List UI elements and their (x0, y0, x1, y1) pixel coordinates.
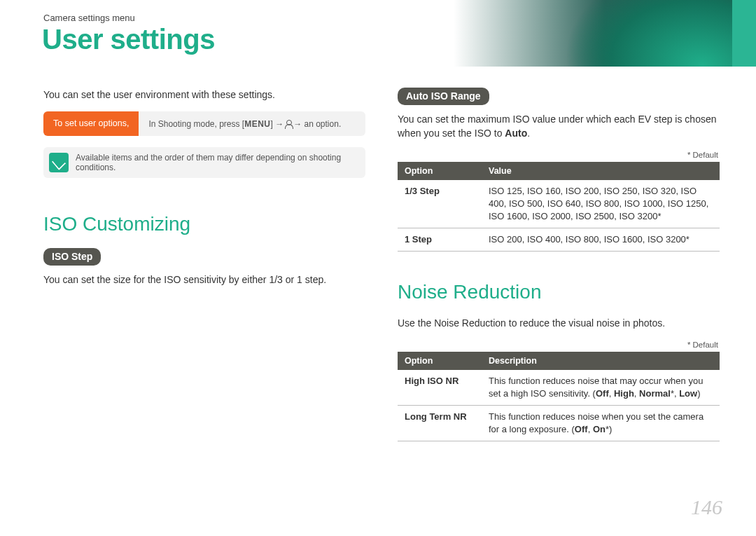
sep: , (609, 388, 614, 399)
set-options-badge: To set user options, (43, 111, 139, 136)
set-options-row: To set user options, In Shooting mode, p… (43, 111, 365, 136)
instr-post: ] → (271, 119, 284, 129)
cell-description: This function reduces noise that may occ… (482, 370, 720, 406)
opt-normal: Normal (639, 388, 671, 399)
cell-value: ISO 200, ISO 400, ISO 800, ISO 1600, ISO… (482, 228, 720, 252)
iso-step-text: You can set the size for the ISO sensiti… (43, 273, 365, 287)
page-number: 146 (691, 495, 722, 519)
instr-pre: In Shooting mode, press [ (148, 119, 244, 129)
table-row: Long Term NR This function reduces noise… (398, 406, 720, 441)
note-text: Available items and the order of them ma… (76, 153, 357, 172)
auto-iso-text-1: You can set the maximum ISO value under … (398, 114, 717, 139)
opt-low: Low (679, 388, 697, 399)
col-option: Option (398, 162, 482, 180)
instr-end: → an option. (293, 119, 341, 129)
col-option: Option (398, 352, 482, 370)
note-icon (49, 153, 69, 172)
desc-post: ) (609, 424, 612, 434)
cell-value: ISO 125, ISO 160, ISO 200, ISO 250, ISO … (482, 180, 720, 228)
desc-post: ) (697, 388, 700, 399)
left-column: You can set the user environment with th… (43, 88, 365, 441)
header-banner: Camera settings menu User settings (0, 0, 756, 67)
cell-description: This function reduces noise when you set… (482, 406, 720, 441)
iso-customizing-heading: ISO Customizing (43, 213, 365, 235)
cell-option: High ISO NR (398, 370, 482, 406)
table-row: 1 Step ISO 200, ISO 400, ISO 800, ISO 16… (398, 228, 720, 252)
right-column: Auto ISO Range You can set the maximum I… (398, 88, 720, 441)
table-row: 1/3 Step ISO 125, ISO 160, ISO 200, ISO … (398, 180, 720, 228)
page-title: User settings (42, 24, 215, 55)
iso-step-label: ISO Step (43, 248, 101, 266)
noise-reduction-text: Use the Noise Reduction to reduce the vi… (398, 316, 720, 330)
sep: , (588, 424, 593, 434)
sep: , (634, 388, 639, 399)
menu-glyph: MENU (244, 119, 270, 129)
set-options-instruction: In Shooting mode, press [ MENU ] → → an … (139, 111, 365, 136)
noise-reduction-heading: Noise Reduction (398, 281, 720, 303)
auto-iso-range-label: Auto ISO Range (398, 88, 489, 105)
cell-option: Long Term NR (398, 406, 482, 441)
cell-option: 1/3 Step (398, 180, 482, 228)
cell-option: 1 Step (398, 228, 482, 252)
default-marker-2: * Default (398, 341, 718, 349)
col-value: Value (482, 162, 720, 180)
opt-off: Off (575, 424, 588, 434)
opt-on: On (593, 424, 606, 434)
table-row: High ISO NR This function reduces noise … (398, 370, 720, 406)
noise-reduction-table: Option Description High ISO NR This func… (398, 352, 720, 442)
intro-text: You can set the user environment with th… (43, 88, 365, 102)
user-icon (285, 120, 292, 128)
opt-high: High (614, 388, 634, 399)
col-description: Description (482, 352, 720, 370)
breadcrumb: Camera settings menu (43, 13, 135, 23)
auto-iso-text: You can set the maximum ISO value under … (398, 112, 720, 141)
note-box: Available items and the order of them ma… (43, 147, 365, 178)
auto-iso-bold: Auto (505, 128, 527, 139)
side-tab (732, 0, 756, 67)
default-marker-1: * Default (398, 151, 718, 159)
opt-off: Off (596, 388, 609, 399)
auto-iso-table: Option Value 1/3 Step ISO 125, ISO 160, … (398, 162, 720, 252)
